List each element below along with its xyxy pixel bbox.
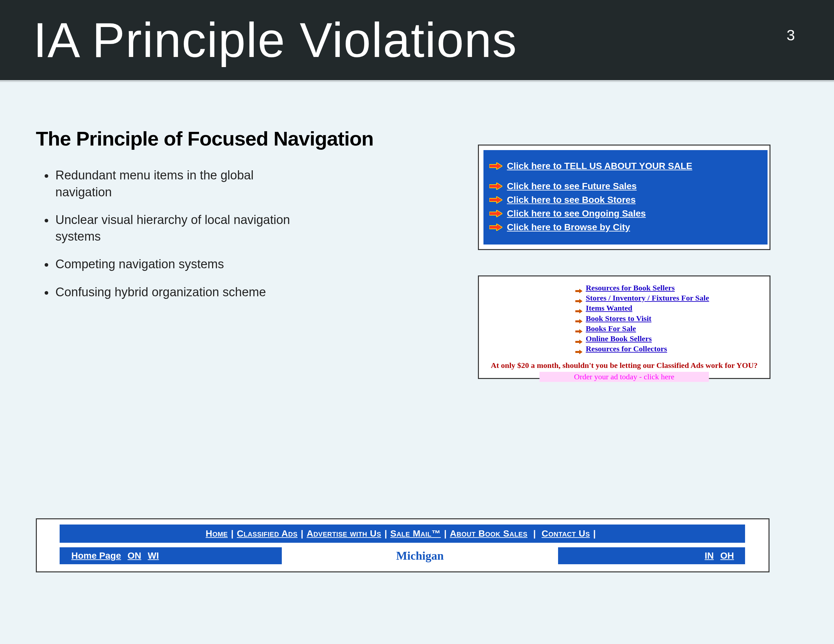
svg-marker-5 [575, 289, 582, 293]
nav-advertise[interactable]: Advertise with Us [307, 528, 381, 539]
bullet-item: Unclear visual hierarchy of local naviga… [54, 211, 302, 256]
stores-inventory-link[interactable]: Stores / Inventory / Fixtures For Sale [586, 293, 709, 303]
example-screenshot-2: Resources for Book Sellers Stores / Inve… [478, 276, 771, 379]
arrow-right-icon [489, 163, 503, 169]
nav-classified[interactable]: Classified Ads [237, 528, 297, 539]
state-link-wi[interactable]: WI [148, 550, 159, 561]
state-link-on[interactable]: ON [128, 550, 141, 561]
example-screenshot-3: Home| Classified Ads| Advertise with Us|… [36, 518, 769, 572]
resources-sellers-link[interactable]: Resources for Book Sellers [586, 283, 675, 293]
bullet-item: Redundant menu items in the global navig… [54, 167, 302, 211]
arrow-right-icon [489, 196, 503, 203]
arrow-right-icon [575, 286, 582, 291]
tell-us-link[interactable]: Click here to TELL US ABOUT YOUR SALE [507, 159, 692, 173]
svg-marker-1 [489, 182, 503, 190]
state-link-in[interactable]: IN [705, 550, 714, 561]
items-wanted-link[interactable]: Items Wanted [586, 303, 632, 313]
ongoing-sales-link[interactable]: Click here to see Ongoing Sales [507, 207, 646, 220]
classified-tagline: At only $20 a month, shouldn't you be le… [479, 361, 769, 370]
slide-title: IA Principle Violations [33, 12, 517, 68]
arrow-right-icon [489, 182, 503, 190]
book-stores-visit-link[interactable]: Book Stores to Visit [586, 313, 651, 324]
nav-contact[interactable]: Contact Us [541, 528, 590, 539]
order-ad-link[interactable]: Order your ad today - click here [540, 372, 709, 382]
arrow-right-icon [489, 210, 503, 217]
bullet-item: Confusing hybrid organization scheme [54, 284, 302, 312]
arrow-right-icon [575, 337, 582, 341]
blue-nav-block: Click here to TELL US ABOUT YOUR SALE Cl… [483, 150, 768, 245]
bullet-list: Redundant menu items in the global navig… [36, 167, 388, 312]
books-for-sale-link[interactable]: Books For Sale [586, 324, 636, 334]
svg-marker-2 [489, 196, 503, 203]
book-stores-link[interactable]: Click here to see Book Stores [507, 193, 635, 207]
future-sales-link[interactable]: Click here to see Future Sales [507, 179, 637, 193]
svg-marker-6 [575, 299, 582, 303]
arrow-right-icon [575, 316, 582, 321]
svg-marker-8 [575, 319, 582, 324]
nav-home-page[interactable]: Home Page [71, 550, 121, 561]
current-state-label: Michigan [282, 547, 558, 564]
global-nav-top: Home| Classified Ads| Advertise with Us|… [60, 525, 745, 543]
arrow-right-icon [575, 347, 582, 351]
online-sellers-link[interactable]: Online Book Sellers [586, 334, 652, 344]
slide-header: IA Principle Violations 3 [0, 0, 834, 82]
state-link-oh[interactable]: OH [720, 550, 734, 561]
resources-collectors-link[interactable]: Resources for Collectors [586, 344, 667, 354]
svg-marker-10 [575, 340, 582, 344]
nav-home[interactable]: Home [205, 528, 228, 539]
nav-salemail[interactable]: Sale Mail™ [390, 528, 441, 539]
global-nav-bottom: Home Page ON WI Michigan IN OH [60, 547, 745, 564]
example-screenshot-1: Click here to TELL US ABOUT YOUR SALE Cl… [478, 145, 771, 250]
page-number: 3 [786, 26, 795, 44]
svg-marker-7 [575, 309, 582, 313]
arrow-right-icon [575, 306, 582, 311]
classified-block: Resources for Book Sellers Stores / Inve… [479, 276, 769, 382]
section-title: The Principle of Focused Navigation [36, 127, 388, 150]
svg-marker-0 [489, 163, 503, 169]
arrow-right-icon [575, 326, 582, 331]
svg-marker-11 [575, 350, 582, 354]
arrow-right-icon [489, 224, 503, 231]
svg-marker-3 [489, 210, 503, 217]
browse-city-link[interactable]: Click here to Browse by City [507, 220, 630, 234]
arrow-right-icon [575, 296, 582, 300]
svg-marker-9 [575, 329, 582, 334]
nav-about[interactable]: About Book Sales [450, 528, 527, 539]
svg-marker-4 [489, 224, 503, 231]
content-column: The Principle of Focused Navigation Redu… [36, 127, 388, 312]
bullet-item: Competing navigation systems [54, 256, 302, 284]
